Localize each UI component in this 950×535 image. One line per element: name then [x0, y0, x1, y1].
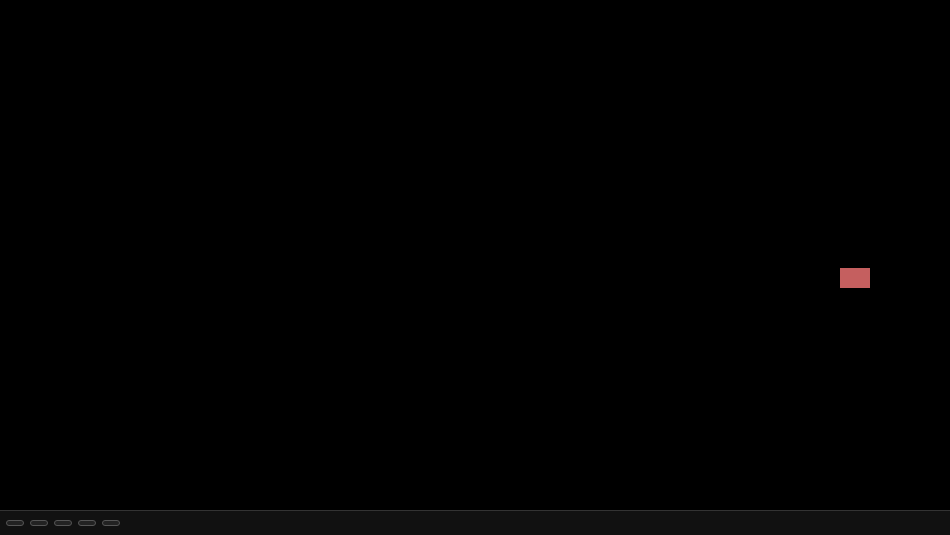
legend-color-swatch: [840, 268, 870, 288]
tiers-remove-button[interactable]: [54, 520, 72, 526]
optimized-add-button[interactable]: [78, 520, 96, 526]
chart-area: [0, 0, 950, 510]
legend-box: [828, 260, 890, 296]
langs-add-button[interactable]: [30, 520, 48, 526]
not-optimized-remove-button[interactable]: [102, 520, 120, 526]
bottom-bar: [0, 510, 950, 535]
theme-button[interactable]: [6, 520, 24, 526]
